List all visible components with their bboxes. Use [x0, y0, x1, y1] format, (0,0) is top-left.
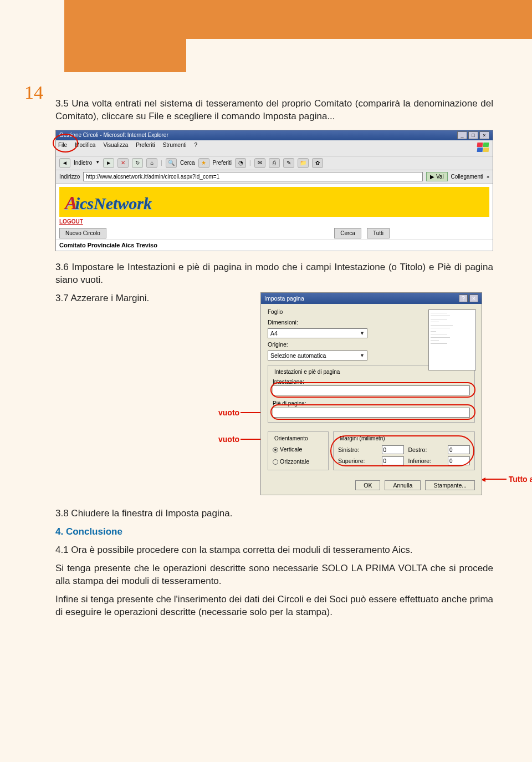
print-icon[interactable]: ⎙ — [269, 158, 280, 168]
radio-verticale[interactable]: Verticale — [273, 445, 324, 453]
annulla-button[interactable]: Annulla — [385, 480, 421, 490]
annotation-vuoto-1: vuoto — [218, 408, 263, 418]
back-button[interactable]: ◄ — [59, 158, 70, 168]
site-toolbar-2: Nuovo Circolo Cerca Tutti — [56, 227, 493, 240]
stop-button[interactable]: ✕ — [117, 158, 129, 168]
header-block — [64, 0, 186, 72]
para-3-8: 3.8 Chiudere la finestra di Imposta pagi… — [55, 507, 493, 520]
para-3-7: 3.7 Azzerare i Margini. — [55, 292, 244, 305]
dialog-title: Imposta pagina — [264, 294, 304, 302]
ie-window: Gestione Circoli - Microsoft Internet Ex… — [55, 130, 493, 251]
ie-menubar: File Modifica Visualizza Preferiti Strum… — [56, 140, 493, 156]
address-input[interactable]: http://www.aicsnetwork.it/admin/circoli.… — [83, 172, 423, 182]
search-label: Cerca — [180, 159, 195, 167]
superiore-label: Superiore: — [338, 457, 377, 465]
dimensioni-label: Dimensioni: — [268, 318, 308, 326]
intestazione-input[interactable] — [273, 385, 470, 395]
intestazioni-group: Intestazioni e piè di pagina Intestazion… — [268, 365, 475, 423]
page-preview-icon: ————————————————————————————————————————… — [428, 309, 476, 370]
site-toolbar: LOGOUT — [56, 217, 493, 227]
cerca-button[interactable]: Cerca — [334, 228, 361, 239]
comitato-name: Comitato Provinciale Aics Treviso — [56, 240, 493, 251]
section-4-title: 4. Conclusione — [55, 526, 493, 539]
para-4-1: 4.1 Ora è possibile procedere con la sta… — [55, 544, 493, 557]
favorites-label: Preferiti — [213, 159, 232, 167]
sinistro-label: Sinistro: — [338, 446, 377, 454]
edit-icon[interactable]: ✎ — [283, 158, 294, 168]
dialog-wrap: vuoto vuoto Tutto a zero Imposta pagina … — [260, 292, 482, 495]
dialog-button-row: OK Annulla Stampante... — [268, 480, 475, 490]
windows-logo-icon — [475, 141, 490, 155]
destro-label: Destro: — [408, 446, 444, 454]
menu-visualizza[interactable]: Visualizza — [103, 141, 128, 155]
site-banner: AAicsNetworkicsNetwork — [56, 184, 493, 217]
folder-icon[interactable]: 📁 — [298, 158, 309, 168]
aics-logo: AAicsNetworkicsNetwork — [65, 194, 152, 212]
middle-row: 3.7 Azzerare i Margini. vuoto vuoto Tutt… — [55, 292, 493, 495]
close-button[interactable]: × — [479, 131, 489, 139]
intestazioni-legend: Intestazioni e piè di pagina — [273, 368, 341, 376]
pie-input[interactable] — [273, 408, 470, 418]
dialog-titlebar: Imposta pagina ? × — [261, 293, 482, 304]
address-bar: Indirizzo http://www.aicsnetwork.it/admi… — [56, 170, 493, 184]
forward-button[interactable]: ► — [103, 158, 114, 168]
page-number: 14 — [24, 82, 43, 103]
destro-input[interactable] — [448, 445, 470, 454]
logout-link[interactable]: LOGOUT — [59, 218, 83, 226]
menu-modifica[interactable]: Modifica — [75, 141, 95, 155]
home-button[interactable]: ⌂ — [146, 158, 157, 168]
para-3-5: 3.5 Una volta entrati nel sistema di tes… — [55, 98, 493, 123]
radio-orizzontale[interactable]: Orizzontale — [273, 458, 324, 465]
menu-file[interactable]: File — [58, 141, 67, 155]
nuovo-circolo-button[interactable]: Nuovo Circolo — [59, 228, 106, 239]
ok-button[interactable]: OK — [355, 480, 380, 490]
para-3-7-col: 3.7 Azzerare i Margini. — [55, 292, 244, 311]
inferiore-input[interactable] — [448, 456, 470, 465]
ie-titlebar: Gestione Circoli - Microsoft Internet Ex… — [56, 130, 493, 140]
help-button[interactable]: ? — [459, 294, 468, 302]
para-note-1: Si tenga presente che le operazioni desc… — [55, 562, 493, 588]
inferiore-label: Inferiore: — [408, 457, 444, 465]
menu-preferiti[interactable]: Preferiti — [136, 141, 155, 155]
para-3-6: 3.6 Impostare le Intestazioni e piè di p… — [55, 261, 493, 287]
go-button[interactable]: ▶ Vai — [426, 172, 448, 182]
orientamento-group: Orientamento Verticale Orizzontale — [268, 431, 329, 471]
refresh-button[interactable]: ↻ — [132, 158, 143, 168]
favorites-icon[interactable]: ★ — [198, 158, 209, 168]
browser-screenshot: Gestione Circoli - Microsoft Internet Ex… — [55, 130, 493, 251]
dimensioni-combo[interactable]: A4▼ — [268, 328, 367, 338]
dialog-close-button[interactable]: × — [469, 294, 478, 302]
sinistro-input[interactable] — [382, 445, 404, 454]
msn-icon[interactable]: ✿ — [312, 158, 323, 168]
address-label: Indirizzo — [59, 173, 80, 181]
menu-strumenti[interactable]: Strumenti — [163, 141, 187, 155]
stampante-button[interactable]: Stampante... — [425, 480, 475, 490]
history-icon[interactable]: ◔ — [235, 158, 246, 168]
links-label: Collegamenti — [451, 173, 483, 181]
ie-title: Gestione Circoli - Microsoft Internet Ex… — [59, 131, 168, 139]
para-note-2: Infine si tenga presente che l'inserimen… — [55, 593, 493, 619]
margini-group: Margini (millimetri) Sinistro: Destro: S… — [333, 431, 475, 471]
origine-label: Origine: — [268, 341, 308, 348]
maximize-button[interactable]: □ — [468, 131, 478, 139]
menu-help[interactable]: ? — [194, 141, 197, 155]
mail-icon[interactable]: ✉ — [254, 158, 265, 168]
ie-toolbar: ◄ Indietro ▼ ► ✕ ↻ ⌂ | 🔍 Cerca ★ Preferi… — [56, 156, 493, 170]
origine-combo[interactable]: Selezione automatica▼ — [268, 350, 367, 360]
annotation-vuoto-2: vuoto — [218, 434, 263, 445]
tutti-button[interactable]: Tutti — [367, 228, 390, 239]
pie-label: Piè di pagina: — [273, 400, 470, 408]
back-label: Indietro — [74, 159, 92, 167]
minimize-button[interactable]: _ — [457, 131, 467, 139]
orientamento-legend: Orientamento — [273, 435, 310, 443]
margini-legend: Margini (millimetri) — [338, 435, 387, 443]
page-setup-dialog: Imposta pagina ? × —————————————————————… — [260, 292, 482, 495]
annotation-tutto-a-zero: Tutto a zero — [484, 474, 532, 485]
intestazione-label: Intestazione: — [273, 378, 470, 386]
main-content: 3.5 Una volta entrati nel sistema di tes… — [55, 98, 493, 624]
search-icon[interactable]: 🔍 — [166, 158, 177, 168]
superiore-input[interactable] — [382, 456, 404, 465]
dialog-body: ————————————————————————————————————————… — [261, 304, 482, 495]
